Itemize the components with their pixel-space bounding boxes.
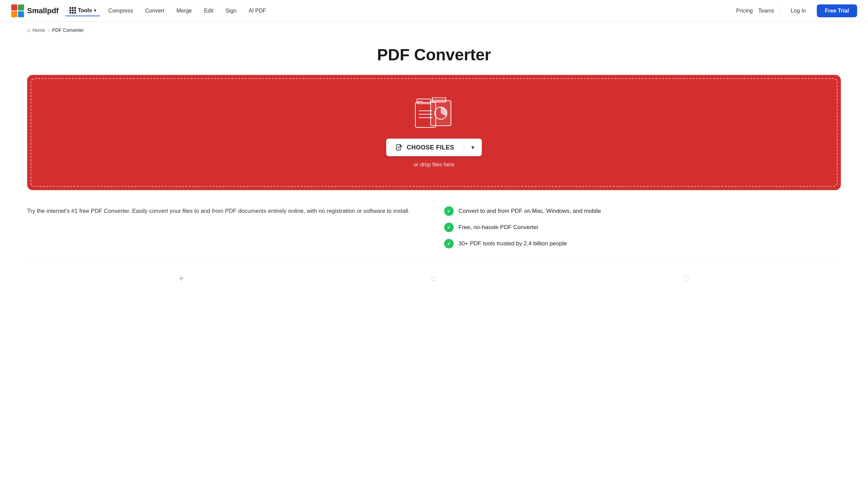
pricing-link[interactable]: Pricing [736, 8, 753, 14]
teams-link[interactable]: Teams [758, 8, 774, 14]
svg-rect-0 [11, 4, 17, 11]
drop-zone-border [31, 78, 837, 187]
login-link[interactable]: Log In [785, 5, 811, 17]
nav-compress[interactable]: Compress [103, 5, 138, 17]
bottom-icon-1: ✦ [177, 273, 185, 284]
features-section: Try the internet's #1 free PDF Converter… [27, 206, 841, 248]
choose-files-label: CHOOSE FILES [407, 144, 454, 151]
sparkle-icon: ✦ [177, 273, 185, 284]
svg-rect-3 [18, 11, 24, 17]
svg-rect-12 [432, 97, 446, 102]
logo-text: Smallpdf [27, 6, 59, 15]
header-right: Pricing Teams Log In Free Trial [736, 4, 857, 17]
bottom-icon-2: ○ [431, 273, 437, 284]
page-title: PDF Converter [27, 45, 841, 64]
choose-files-main-button[interactable]: CHOOSE FILES [386, 139, 463, 156]
main-nav: Compress Convert Merge Edit Sign AI PDF [103, 5, 736, 17]
tools-chevron-icon: ▾ [94, 8, 96, 13]
svg-rect-1 [18, 4, 24, 11]
circle-icon: ○ [431, 273, 437, 284]
drop-zone[interactable]: PDF [27, 75, 841, 190]
check-icon-2: ✓ [444, 223, 454, 232]
feature-text-2: Free, no-hassle PDF Converter [458, 224, 538, 231]
main-content: PDF Converter PDF [0, 39, 868, 316]
svg-rect-2 [11, 11, 17, 17]
free-trial-button[interactable]: Free Trial [817, 4, 857, 17]
nav-merge[interactable]: Merge [171, 5, 197, 17]
svg-text:PDF: PDF [418, 101, 423, 103]
tools-grid-icon [70, 7, 76, 14]
dropdown-chevron-icon: ▾ [471, 144, 474, 151]
breadcrumb-home-link[interactable]: ⌂ Home [27, 27, 45, 33]
choose-files-button[interactable]: CHOOSE FILES ▾ [386, 139, 481, 156]
logo-link[interactable]: Smallpdf [11, 4, 59, 18]
header: Smallpdf Tools ▾ Compress Convert Merge … [0, 0, 868, 22]
nav-edit[interactable]: Edit [199, 5, 219, 17]
drop-hint-text: or drop files here [414, 162, 454, 168]
check-icon-3: ✓ [444, 239, 454, 248]
nav-sign[interactable]: Sign [220, 5, 242, 17]
logo-icon [11, 4, 24, 18]
breadcrumb-separator: › [48, 27, 50, 33]
person-icon: ♡ [682, 273, 691, 284]
feature-text-3: 30+ PDF tools trusted by 2.4 billion peo… [458, 240, 567, 247]
choose-files-dropdown-button[interactable]: ▾ [464, 139, 482, 156]
header-divider [780, 6, 780, 16]
features-description: Try the internet's #1 free PDF Converter… [27, 206, 424, 216]
nav-ai-pdf[interactable]: AI PDF [243, 5, 272, 17]
breadcrumb-home-label: Home [33, 27, 45, 33]
breadcrumb: ⌂ Home › PDF Converter [0, 22, 868, 39]
features-list: ✓ Convert to and from PDF on Mac, Window… [444, 206, 841, 248]
home-icon: ⌂ [27, 27, 31, 33]
bottom-icon-3: ♡ [682, 273, 691, 284]
feature-text-1: Convert to and from PDF on Mac, Windows,… [458, 208, 601, 215]
check-icon-1: ✓ [444, 206, 454, 216]
pdf-illustration: PDF [414, 97, 454, 128]
tools-label: Tools [78, 7, 92, 14]
feature-item: ✓ 30+ PDF tools trusted by 2.4 billion p… [444, 239, 841, 248]
feature-item: ✓ Free, no-hassle PDF Converter [444, 223, 841, 232]
bottom-icons-row: ✦ ○ ♡ [27, 262, 841, 295]
nav-convert[interactable]: Convert [140, 5, 170, 17]
tools-button[interactable]: Tools ▾ [65, 5, 100, 16]
pdf-icon-group: PDF [414, 97, 454, 128]
breadcrumb-current: PDF Converter [52, 27, 84, 33]
upload-icon [396, 144, 403, 151]
feature-item: ✓ Convert to and from PDF on Mac, Window… [444, 206, 841, 216]
